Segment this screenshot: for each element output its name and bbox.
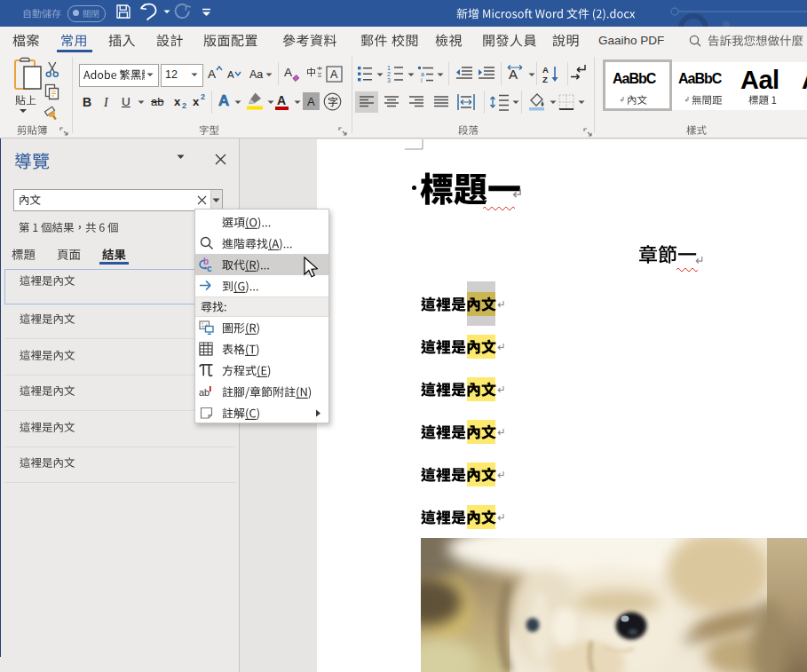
svg-text:a: a xyxy=(421,71,424,77)
svg-text:2: 2 xyxy=(387,71,391,77)
svg-text:Z: Z xyxy=(542,75,548,83)
svg-text:1: 1 xyxy=(387,65,391,71)
svg-text:i: i xyxy=(421,77,423,83)
svg-text:ab: ab xyxy=(199,387,210,398)
svg-text:3: 3 xyxy=(387,77,391,83)
svg-text:A: A xyxy=(542,65,549,75)
